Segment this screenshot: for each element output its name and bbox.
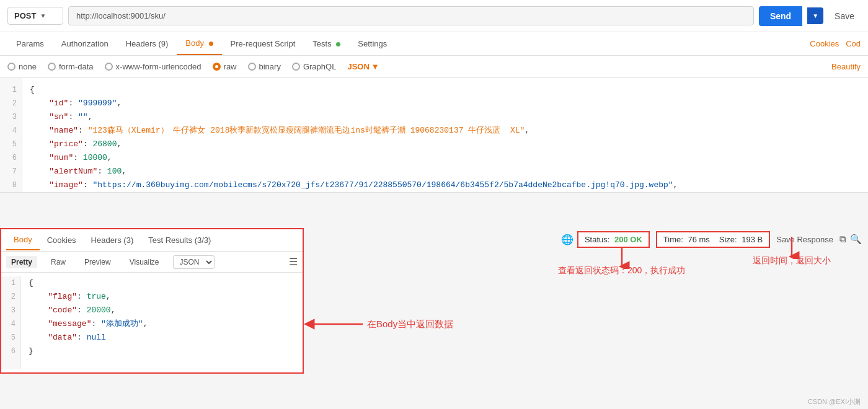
size-sep: Size: [712,235,739,244]
json-type-select[interactable]: JSON ▼ [347,62,379,71]
send-button[interactable]: Send [759,6,802,26]
size-value: 193 B [742,235,763,244]
radio-circle-graphql [292,63,300,71]
body-arrow-svg [304,315,366,333]
resp-json-select[interactable]: JSON [173,255,215,269]
response-tab-bar: Body Cookies Headers (3) Test Results (3… [1,229,303,252]
tab-headers[interactable]: Headers (9) [117,33,177,55]
line-numbers: 12345 6789 [0,78,22,192]
code-area[interactable]: { "id": "999099", "sn": "", "name": "123… [22,78,868,192]
radio-binary[interactable]: binary [248,62,281,71]
body-annotation-text: 在Body当中返回数据 [367,319,453,330]
radio-none[interactable]: none [7,62,37,71]
time-label: Time: [663,235,686,244]
globe-icon: 🌐 [561,234,574,245]
resp-line-numbers: 123456 [1,276,21,369]
send-dropdown-button[interactable]: ▼ [807,7,823,24]
tests-dot [336,42,340,46]
response-panel: Body Cookies Headers (3) Test Results (3… [0,228,304,374]
radio-circle-form-data [48,63,56,71]
resp-wrap-button[interactable]: ☰ [289,256,298,268]
resp-visualize-btn[interactable]: Visualize [125,256,164,268]
time-size-box: Time: 76 ms Size: 193 B [656,231,770,248]
resp-tab-headers[interactable]: Headers (3) [84,231,141,250]
resp-code-area: 123456 { "flag": true, "code": 20000, "m… [1,273,303,372]
resp-status-bar: 🌐 Status: 200 OK Time: 76 ms Size: 193 B… [555,228,868,250]
method-dropdown-arrow: ▼ [40,12,46,19]
resp-raw-btn[interactable]: Raw [46,256,71,268]
tab-settings[interactable]: Settings [349,33,396,55]
radio-label-raw: raw [224,62,237,71]
editor-lines: 12345 6789 { "id": "999099", "sn": "", "… [0,78,868,192]
tab-params[interactable]: Params [7,33,53,55]
body-dot [209,42,213,46]
cookies-link[interactable]: Cookies Cod [810,39,861,48]
tab-body[interactable]: Body [177,32,221,55]
radio-circle-binary [248,63,256,71]
top-bar: POST ▼ Send ▼ Save [0,0,868,32]
radio-form-data[interactable]: form-data [48,62,94,71]
body-annotation: 在Body当中返回数据 [304,315,453,333]
radio-raw[interactable]: raw [213,62,237,71]
body-type-bar: none form-data x-www-form-urlencoded raw… [0,56,868,78]
search-icon[interactable]: 🔍 [850,234,862,245]
method-label: POST [14,11,36,20]
tab-authorization[interactable]: Authorization [53,33,117,55]
save-response-button[interactable]: Save Response [776,235,833,244]
resp-tab-test-results[interactable]: Test Results (3/3) [141,231,218,250]
watermark: CSDN @EXI小渊 [808,397,861,407]
radio-label-urlencoded: x-www-form-urlencoded [116,62,202,71]
status-value: 200 OK [614,235,642,244]
radio-circle-none [7,63,16,71]
copy-icon[interactable]: ⧉ [839,234,846,245]
resp-preview-btn[interactable]: Preview [79,256,116,268]
radio-urlencoded[interactable]: x-www-form-urlencoded [105,62,202,71]
tab-pre-request[interactable]: Pre-request Script [222,33,304,55]
status-label: Status: [585,235,612,244]
method-select[interactable]: POST ▼ [7,7,63,25]
url-input[interactable] [68,6,754,25]
save-button[interactable]: Save [828,7,861,25]
time-annotation-text: 返回时间，返回大小 [753,255,831,266]
resp-tab-cookies[interactable]: Cookies [40,231,84,250]
radio-graphql[interactable]: GraphQL [292,62,336,71]
radio-circle-raw [213,63,221,71]
tab-tests[interactable]: Tests [304,33,349,55]
radio-label-none: none [19,62,37,71]
request-editor: 12345 6789 { "id": "999099", "sn": "", "… [0,78,868,193]
resp-tab-body[interactable]: Body [6,230,40,250]
time-value: 76 ms [688,235,709,244]
status-annotation-text: 查看返回状态码：200，执行成功 [558,265,685,276]
resp-body-type-bar: Pretty Raw Preview Visualize JSON ☰ [1,252,303,273]
resp-pretty-btn[interactable]: Pretty [6,256,37,268]
json-type-arrow: ▼ [371,62,379,71]
radio-label-form-data: form-data [59,62,94,71]
request-tab-bar: Params Authorization Headers (9) Body Pr… [0,32,868,56]
radio-circle-urlencoded [105,63,113,71]
beautify-button[interactable]: Beautify [831,62,861,71]
radio-label-binary: binary [259,62,281,71]
json-type-label: JSON [347,62,369,71]
radio-label-graphql: GraphQL [303,62,336,71]
status-box: Status: 200 OK [577,231,650,248]
resp-code-content[interactable]: { "flag": true, "code": 20000, "message"… [21,276,155,369]
